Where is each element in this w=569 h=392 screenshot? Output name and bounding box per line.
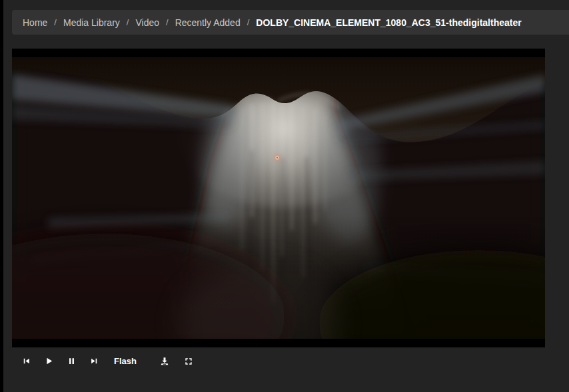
download-button[interactable] [153, 352, 176, 370]
breadcrumb-link-recently-added[interactable]: Recently Added [175, 17, 241, 28]
breadcrumb-separator: / [247, 17, 250, 27]
flash-button[interactable]: Flash [107, 352, 143, 370]
ember-glow [273, 154, 281, 162]
fullscreen-icon [184, 357, 193, 366]
breadcrumb-separator: / [127, 17, 129, 27]
breadcrumb-link-media-library[interactable]: Media Library [63, 17, 120, 28]
download-icon [159, 356, 170, 367]
play-button[interactable] [37, 352, 60, 370]
breadcrumb: Home / Media Library / Video / Recently … [12, 10, 569, 35]
video-frame [12, 57, 545, 339]
skip-next-button[interactable] [83, 352, 105, 370]
breadcrumb-separator: / [166, 17, 169, 27]
breadcrumb-separator: / [54, 17, 57, 27]
breadcrumb-link-home[interactable]: Home [23, 17, 47, 28]
window-left-border [0, 0, 3, 392]
breadcrumb-link-video[interactable]: Video [135, 17, 159, 28]
tree-interior-illustration [12, 57, 545, 339]
fullscreen-button[interactable] [177, 352, 200, 370]
skip-next-icon [89, 356, 99, 366]
video-player-surface[interactable] [12, 49, 545, 347]
breadcrumb-current-item: DOLBY_CINEMA_ELEMENT_1080_AC3_51-thedigi… [256, 17, 521, 28]
pause-icon [67, 356, 77, 366]
player-controls: Flash [15, 352, 200, 370]
skip-previous-icon [21, 356, 31, 366]
skip-previous-button[interactable] [15, 352, 37, 370]
pause-button[interactable] [60, 352, 83, 370]
play-icon [44, 356, 54, 366]
